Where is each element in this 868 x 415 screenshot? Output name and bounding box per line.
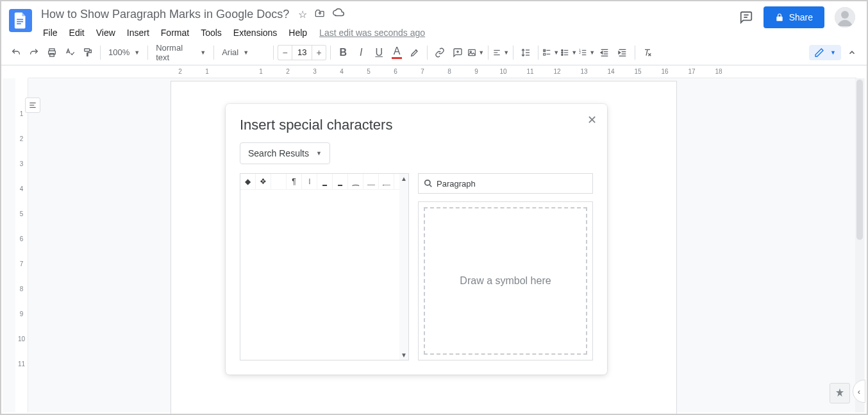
increase-font-button[interactable]: + [312,45,326,60]
comment-history-icon[interactable] [739,10,753,24]
menu-bar: File Edit View Insert Format Tools Exten… [38,25,739,40]
separator [213,46,214,60]
ruler-mark: 8 [20,285,24,292]
char-cell[interactable]: ⸐ [379,174,394,189]
document-icon [14,12,27,29]
font-size-input[interactable] [292,45,312,60]
char-cell[interactable]: ‗ [317,174,333,189]
clear-formatting-button[interactable] [639,44,656,61]
undo-button[interactable] [8,44,24,61]
char-grid-scrollbar[interactable]: ▲▼ [399,174,408,360]
decrease-indent-button[interactable] [596,44,613,61]
ruler-mark: 9 [464,68,488,75]
print-button[interactable] [44,44,60,61]
svg-rect-10 [85,49,90,51]
scrollbar-thumb[interactable] [856,80,863,240]
underline-button[interactable]: U [371,44,387,61]
insert-image-button[interactable]: ▼ [467,44,484,61]
numbered-list-button[interactable]: 12▼ [578,44,595,61]
checklist-button[interactable]: ▼ [542,44,559,61]
char-cell[interactable]: ¶ [287,174,302,189]
collapse-toolbar-button[interactable] [844,44,860,61]
insert-link-button[interactable] [431,44,448,61]
align-button[interactable]: ▼ [492,44,509,61]
account-avatar[interactable] [835,7,855,28]
draw-canvas[interactable]: Draw a symbol here [424,207,587,355]
italic-button[interactable]: I [353,44,369,61]
bulleted-list-button[interactable]: ▼ [560,44,577,61]
char-cell[interactable]: ‗ [333,174,348,189]
ruler-mark: 2 [20,135,24,142]
chevron-down-icon: ▼ [243,49,249,56]
cloud-status-icon[interactable] [333,8,344,21]
font-select[interactable]: Arial▼ [218,44,269,61]
docs-app-icon[interactable] [9,9,32,32]
share-button[interactable]: Share [764,6,824,28]
character-search-input[interactable] [437,179,587,189]
char-cell[interactable]: ⁔ [348,174,363,189]
char-cell[interactable]: ◆ [240,174,256,189]
ruler-mark: 17 [680,68,704,75]
move-icon[interactable] [315,8,325,21]
ruler-mark: 9 [20,310,24,318]
ruler-mark: 3 [20,160,24,167]
increase-indent-button[interactable] [614,44,631,61]
editing-mode-button[interactable]: ▼ [809,45,841,60]
explore-button[interactable] [830,383,850,403]
vertical-scrollbar[interactable] [855,78,864,412]
menu-insert[interactable]: Insert [122,25,154,40]
draw-symbol-box: Draw a symbol here [418,201,593,360]
star-icon[interactable]: ☆ [298,8,307,21]
char-cell[interactable]: ⁞ [302,174,317,189]
document-title[interactable]: How to Show Paragraph Marks in Google Do… [38,6,292,22]
spellcheck-button[interactable] [62,44,78,61]
menu-extensions[interactable]: Extensions [229,25,281,40]
highlight-button[interactable] [406,44,423,61]
toolbar: 100%▼ Normal text▼ Arial▼ − + B I U A ▼ … [1,40,867,65]
zoom-select[interactable]: 100%▼ [104,44,144,61]
menu-tools[interactable]: Tools [196,25,226,40]
decrease-font-button[interactable]: − [278,45,292,60]
char-cell[interactable]: ❖ [256,174,271,189]
vertical-ruler[interactable]: 1 2 3 4 5 6 7 8 9 10 11 [15,78,28,412]
text-color-button[interactable]: A [388,44,405,61]
line-spacing-button[interactable] [517,44,534,61]
category-label: Search Results [248,148,309,158]
chevron-down-icon: ▼ [200,49,206,56]
menu-help[interactable]: Help [284,25,312,40]
show-outline-button[interactable] [25,97,40,113]
separator [427,46,428,60]
svg-text:2: 2 [579,51,581,55]
chevron-down-icon: ▼ [316,150,322,157]
category-dropdown[interactable]: Search Results ▼ [240,142,330,164]
horizontal-ruler[interactable]: 2 1 1 2 3 4 5 6 7 8 9 10 11 12 13 14 15 … [28,65,856,78]
ruler-mark: 4 [20,185,24,192]
bold-button[interactable]: B [335,44,351,61]
menu-edit[interactable]: Edit [65,25,89,40]
char-cell[interactable]: ⸏ [363,174,379,189]
style-select[interactable]: Normal text▼ [152,44,210,61]
ruler-mark: 6 [20,235,24,242]
chevron-up-icon [847,48,856,57]
svg-line-50 [430,185,432,187]
add-comment-button[interactable] [449,44,466,61]
last-edit-link[interactable]: Last edit was seconds ago [319,28,425,38]
ruler-mark: 3 [303,68,327,75]
title-icons: ☆ [298,8,344,21]
separator [273,46,274,60]
menu-file[interactable]: File [38,25,62,40]
menu-view[interactable]: View [92,25,120,40]
svg-point-26 [562,51,563,53]
ruler-mark: 7 [410,68,435,75]
paint-format-button[interactable] [79,44,96,61]
svg-point-25 [562,49,563,51]
ruler-mark: 5 [356,68,381,75]
char-cell[interactable] [271,174,287,189]
ruler-mark: 18 [706,68,731,75]
svg-rect-1 [17,21,23,22]
menu-format[interactable]: Format [156,25,194,40]
dialog-close-button[interactable]: ✕ [587,113,597,127]
svg-point-6 [841,11,849,19]
redo-button[interactable] [26,44,42,61]
side-panel-toggle[interactable]: ‹ [853,380,865,403]
